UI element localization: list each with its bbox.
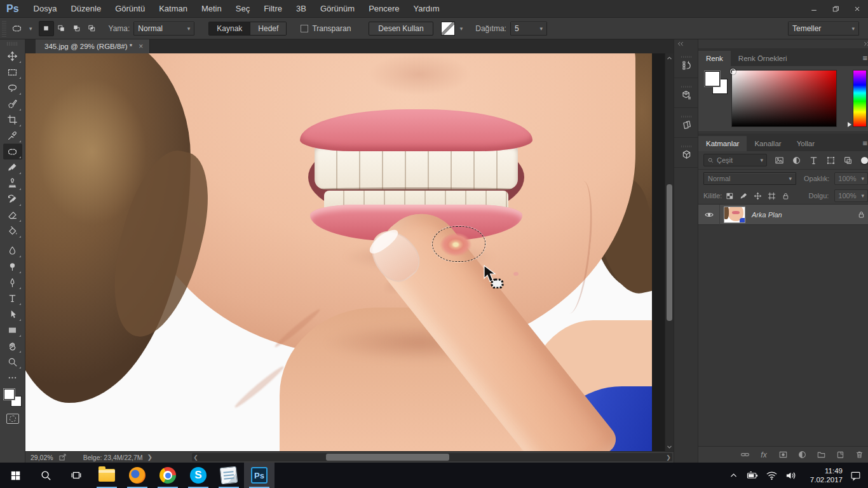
panel-properties-icon[interactable] [674,78,698,108]
tool-more[interactable] [3,370,22,386]
tool-quick-select[interactable] [3,96,22,112]
menu-Katman[interactable]: Katman [152,4,194,13]
opacity-dropdown[interactable]: 100% ▾ [834,172,868,185]
patch-mode-dropdown[interactable]: Normal ▾ [133,22,194,36]
zoom-level[interactable]: 29,02% [31,454,53,461]
filter-toggle[interactable] [861,157,868,164]
scrollbar-thumb[interactable] [326,454,449,461]
scroll-right-icon[interactable]: ❯ [665,453,672,461]
share-icon[interactable] [58,453,67,461]
lock-all-icon[interactable] [781,191,790,201]
tool-eyedropper[interactable] [3,128,22,144]
battery-icon[interactable] [743,463,761,488]
action-center-icon[interactable] [846,463,864,488]
start-button[interactable] [0,463,31,488]
transparent-checkbox[interactable] [301,25,308,32]
menu-Görünüm[interactable]: Görünüm [313,4,362,13]
mask-button[interactable] [776,449,789,461]
menu-Yardım[interactable]: Yardım [407,4,447,13]
panel-history-icon[interactable] [674,48,698,78]
tool-marquee[interactable] [3,64,22,80]
taskbar-photoshop[interactable]: Ps [244,463,275,488]
new-layer-button[interactable] [834,449,846,461]
subtract-from-selection-icon[interactable] [69,21,85,36]
use-pattern-button[interactable]: Desen Kullan [369,22,433,36]
diffusion-dropdown[interactable]: 5 ▾ [510,22,547,36]
document-tab[interactable]: 345.jpg @ 29% (RGB/8#) * × [36,39,150,53]
collapse-dock-button[interactable] [674,39,698,48]
foreground-background-swatches[interactable] [3,388,22,407]
tool-preset-picker[interactable]: ▾ [9,22,35,35]
maximize-button[interactable] [825,0,846,17]
menu-Görüntü[interactable]: Görüntü [108,4,152,13]
add-to-selection-icon[interactable] [54,21,69,36]
tool-clone-stamp[interactable] [3,175,22,191]
group-button[interactable] [815,449,827,461]
close-button[interactable] [846,0,868,17]
filter-shape-icon[interactable] [824,154,837,166]
tab-close-icon[interactable]: × [139,42,143,51]
taskbar-file-explorer[interactable] [92,463,122,488]
tool-hand[interactable] [3,338,22,354]
scroll-down-icon[interactable] [665,442,674,451]
menu-Pencere[interactable]: Pencere [362,4,406,13]
workspace-switcher[interactable]: Temeller ▾ [788,22,859,36]
chevron-down-icon[interactable]: ▾ [460,25,463,32]
lock-paint-icon[interactable] [739,191,749,201]
menu-Seç[interactable]: Seç [229,4,257,13]
tab-renk-ornekleri[interactable]: Renk Örnekleri [731,51,795,66]
panel-libraries-icon[interactable] [674,108,698,138]
tool-blur[interactable] [3,243,22,259]
hue-ramp[interactable] [853,70,867,127]
foreground-color-swatch[interactable] [705,71,720,86]
scrollbar-thumb[interactable] [667,184,672,321]
scroll-left-icon[interactable]: ❮ [192,453,200,461]
tool-path-select[interactable] [3,306,22,322]
layer-visibility-toggle[interactable] [698,205,720,225]
tool-crop[interactable] [3,112,22,128]
panel-menu-icon[interactable]: ≡ [857,53,868,66]
task-view-button[interactable] [61,463,92,488]
menu-Metin[interactable]: Metin [194,4,229,13]
layer-thumbnail[interactable] [724,207,745,223]
lock-transparency-icon[interactable] [725,191,735,201]
tray-expand-icon[interactable] [724,463,742,488]
fill-dropdown[interactable]: 100% ▾ [834,189,868,202]
tool-brush[interactable] [3,159,22,175]
tool-lasso[interactable] [3,80,22,96]
panel-3d-icon[interactable] [674,138,698,168]
wifi-icon[interactable] [763,463,780,488]
taskbar-clock[interactable]: 11:49 7.02.2017 [801,466,845,484]
filter-type-icon[interactable] [806,154,820,166]
tool-zoom[interactable] [3,354,22,370]
foreground-color-swatch[interactable] [4,389,15,400]
filter-smart-object-icon[interactable] [841,154,855,166]
blend-mode-dropdown[interactable]: Normal ▾ [703,172,796,185]
pattern-swatch[interactable] [441,22,455,36]
menu-Filtre[interactable]: Filtre [257,4,289,13]
filter-image-icon[interactable] [772,154,786,166]
taskbar-chrome[interactable] [153,463,183,488]
scroll-up-icon[interactable] [665,53,674,62]
vertical-scrollbar[interactable] [665,53,674,451]
tool-move[interactable] [3,48,22,64]
taskbar-skype[interactable]: S [183,463,214,488]
layer-row-background[interactable]: Arka Plan [698,205,868,225]
menu-Dosya[interactable]: Dosya [27,4,64,13]
panel-menu-icon[interactable]: ≡ [857,139,868,151]
tool-type[interactable] [3,290,22,306]
tool-history-brush[interactable] [3,191,22,207]
new-selection-icon[interactable] [39,21,54,36]
minimize-button[interactable] [803,0,825,17]
adjustment-button[interactable] [796,449,808,461]
tab-yollar[interactable]: Yollar [789,136,822,151]
link-button[interactable] [738,449,751,461]
lock-position-icon[interactable] [753,191,763,201]
tool-patch[interactable] [3,144,22,159]
lock-artboard-icon[interactable] [767,191,776,201]
intersect-selection-icon[interactable] [85,21,100,36]
quick-mask-button[interactable] [6,414,19,424]
tool-paint-bucket[interactable] [3,223,22,239]
status-expand-icon[interactable]: ❯ [147,454,153,461]
fx-button[interactable]: fx [757,449,770,461]
